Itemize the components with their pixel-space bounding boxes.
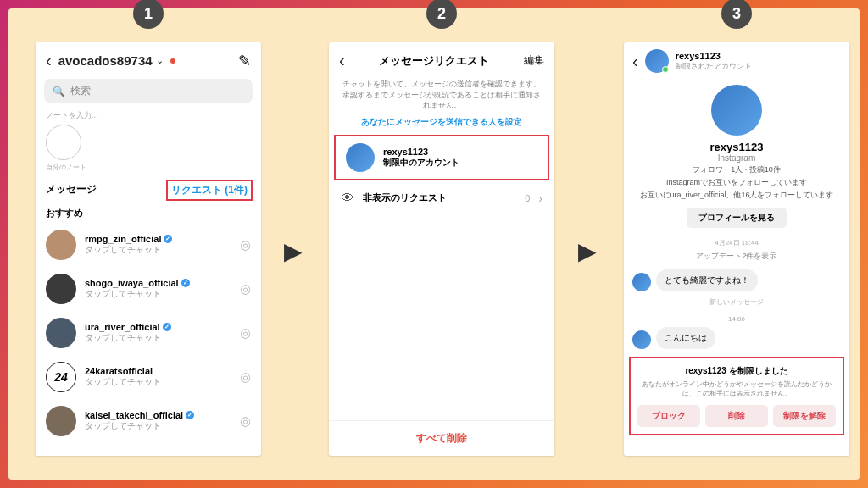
username[interactable]: avocados89734 xyxy=(58,53,153,68)
tap-hint: タップしてチャット xyxy=(85,244,231,256)
contact-name: kaisei_takechi_official✓ xyxy=(85,410,231,420)
self-note-avatar[interactable] xyxy=(46,125,81,160)
arrow-right-icon: ▶ xyxy=(578,237,597,265)
contact-name: shogo_iwaya_official✓ xyxy=(85,278,231,288)
phone-message-requests: ‹ メッセージリクエスト 編集 チャットを開いて、メッセージの送信者を確認できま… xyxy=(329,42,554,456)
message-bubble[interactable]: こんにちは xyxy=(656,327,715,349)
profile-avatar[interactable] xyxy=(711,85,762,136)
suggested-list: rmpg_zin_official✓タップしてチャット◎shogo_iwaya_… xyxy=(36,223,261,443)
tutorial-container: 1 2 3 ▶ ▶ ‹ avocados89734 ⌄ ✎ 🔍 検索 ノートを入… xyxy=(8,8,860,480)
self-note-label: 自分のノート xyxy=(46,163,251,172)
chevron-right-icon: › xyxy=(538,191,542,205)
camera-icon[interactable]: ◎ xyxy=(240,237,251,252)
header: ‹ avocados89734 ⌄ ✎ xyxy=(36,42,261,79)
new-message-divider: 新しいメッセージ xyxy=(624,294,849,310)
hidden-requests-row[interactable]: 👁 非表示のリクエスト 0 › xyxy=(329,182,554,214)
back-icon[interactable]: ‹ xyxy=(46,51,52,70)
avatar xyxy=(632,273,651,291)
compose-icon[interactable]: ✎ xyxy=(238,52,251,70)
avatar xyxy=(346,143,375,172)
edit-button[interactable]: 編集 xyxy=(524,53,544,68)
contact-name: 24karatsofficial xyxy=(85,366,231,376)
verified-icon: ✓ xyxy=(164,235,172,243)
profile-username: rexys1123 xyxy=(632,141,841,153)
unrestrict-button[interactable]: 制限を解除 xyxy=(773,405,836,427)
phone-dm-inbox: ‹ avocados89734 ⌄ ✎ 🔍 検索 ノートを入力... 自分のノー… xyxy=(36,42,261,456)
list-item[interactable]: kaisei_takechi_official✓タップしてチャット◎ xyxy=(46,399,251,443)
contact-name: rmpg_zin_official✓ xyxy=(85,234,231,244)
avatar[interactable] xyxy=(645,49,669,73)
eye-slash-icon: 👁 xyxy=(341,191,354,206)
chat-restricted-label: 制限されたアカウント xyxy=(676,61,752,72)
online-dot xyxy=(662,66,669,73)
chat-username: rexys1123 xyxy=(676,51,752,61)
timestamp: 14:06 xyxy=(624,310,849,324)
description: チャットを開いて、メッセージの送信者を確認できます。承認するまでメッセージが既読… xyxy=(329,79,554,111)
arrow-right-icon: ▶ xyxy=(284,237,303,265)
request-status: 制限中のアカウント xyxy=(383,157,459,169)
profile-section: rexys1123 Instagram フォロワー1人 · 投稿10件 Inst… xyxy=(624,80,849,233)
list-item[interactable]: shogo_iwaya_official✓タップしてチャット◎ xyxy=(46,267,251,311)
page-title: メッセージリクエスト xyxy=(379,53,489,69)
step-badge-1: 1 xyxy=(133,0,164,29)
camera-icon[interactable]: ◎ xyxy=(240,413,251,429)
notification-dot xyxy=(170,58,175,64)
list-item[interactable]: ura_river_official✓タップしてチャット◎ xyxy=(46,311,251,355)
camera-icon[interactable]: ◎ xyxy=(240,325,251,341)
request-username: rexys1123 xyxy=(383,147,459,157)
list-item[interactable]: 2424karatsofficialタップしてチャット◎ xyxy=(46,355,251,399)
avatar xyxy=(46,230,76,260)
back-icon[interactable]: ‹ xyxy=(632,52,638,71)
search-placeholder: 検索 xyxy=(70,84,91,98)
step-badge-3: 3 xyxy=(721,0,752,29)
hidden-count: 0 xyxy=(525,193,530,203)
hidden-label: 非表示のリクエスト xyxy=(363,191,516,204)
message-bubble[interactable]: とても綺麗ですよね！ xyxy=(656,269,758,291)
avatar xyxy=(632,330,651,349)
contact-name: ura_river_official✓ xyxy=(85,322,231,332)
restrict-notice: rexys1123 を制限しました あなたがオンライン中かどうかやメッセージを読… xyxy=(629,357,844,435)
settings-link[interactable]: あなたにメッセージを送信できる人を設定 xyxy=(329,111,554,133)
messages-label: メッセージ xyxy=(46,182,97,198)
verified-icon: ✓ xyxy=(181,279,190,287)
view-profile-button[interactable]: プロフィールを見る xyxy=(687,208,787,228)
phone-chat-thread: ‹ rexys1123 制限されたアカウント rexys1123 Instagr… xyxy=(624,42,849,456)
request-item[interactable]: rexys1123 制限中のアカウント xyxy=(334,135,549,180)
delete-button[interactable]: 削除 xyxy=(705,405,768,427)
profile-platform: Instagram xyxy=(632,153,841,163)
tap-hint: タップしてチャット xyxy=(85,420,231,432)
mutual-follow: Instagramでお互いをフォローしています xyxy=(632,177,841,188)
camera-icon[interactable]: ◎ xyxy=(240,281,251,297)
note-input-hint: ノートを入力... xyxy=(46,110,251,121)
delete-all-button[interactable]: すべて削除 xyxy=(329,420,554,456)
tap-hint: タップしてチャット xyxy=(85,376,231,388)
suggested-label: おすすめ xyxy=(36,203,261,223)
list-item[interactable]: rmpg_zin_official✓タップしてチャット◎ xyxy=(46,223,251,267)
camera-icon[interactable]: ◎ xyxy=(240,369,251,385)
updates-link[interactable]: アップデート2件を表示 xyxy=(624,249,849,267)
step-badge-2: 2 xyxy=(426,0,457,29)
timestamp: 4月24日 18:44 xyxy=(624,233,849,249)
header: ‹ メッセージリクエスト 編集 xyxy=(329,42,554,79)
messages-header: メッセージ リクエスト (1件) xyxy=(36,175,261,203)
back-icon[interactable]: ‹ xyxy=(339,51,345,70)
verified-icon: ✓ xyxy=(163,323,171,331)
restrict-description: あなたがオンライン中かどうかやメッセージを読んだかどうかは、この相手には表示され… xyxy=(637,380,836,398)
avatar xyxy=(46,406,76,436)
avatar xyxy=(46,318,76,348)
profile-stats: フォロワー1人 · 投稿10件 xyxy=(632,164,841,175)
tap-hint: タップしてチャット xyxy=(85,288,231,300)
restrict-title: rexys1123 を制限しました xyxy=(637,365,836,377)
block-button[interactable]: ブロック xyxy=(637,405,700,427)
notes-section: ノートを入力... 自分のノート xyxy=(36,103,261,175)
header: ‹ rexys1123 制限されたアカウント xyxy=(624,42,849,80)
avatar: 24 xyxy=(46,362,76,392)
chevron-down-icon[interactable]: ⌄ xyxy=(156,55,164,66)
search-input[interactable]: 🔍 検索 xyxy=(44,79,253,103)
verified-icon: ✓ xyxy=(186,411,194,419)
mutual-friends: お互いにura_river_official、他16人をフォローしています xyxy=(632,190,841,201)
message-row: とても綺麗ですよね！ xyxy=(624,267,849,294)
avatar xyxy=(46,274,76,304)
message-row: こんにちは xyxy=(624,324,849,352)
requests-link[interactable]: リクエスト (1件) xyxy=(166,180,253,201)
